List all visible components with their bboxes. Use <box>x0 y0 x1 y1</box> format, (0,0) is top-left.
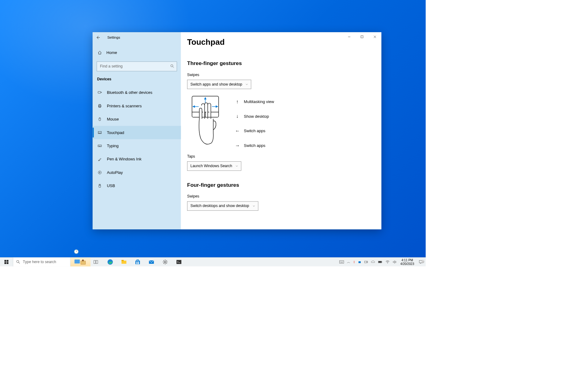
tray-meet-icon[interactable] <box>363 260 369 264</box>
svg-rect-37 <box>74 259 80 263</box>
svg-point-18 <box>98 171 101 174</box>
sidebar-nav: Bluetooth & other devices Printers & sca… <box>93 86 181 192</box>
nav-pen[interactable]: Pen & Windows Ink <box>93 152 181 166</box>
svg-rect-45 <box>135 261 140 264</box>
arrow-down-icon: ↓ <box>234 113 241 119</box>
nav-label: Pen & Windows Ink <box>107 157 141 161</box>
svg-rect-71 <box>379 261 381 263</box>
svg-rect-40 <box>94 260 96 263</box>
chevron-down-icon <box>235 164 238 167</box>
nav-label: Bluetooth & other devices <box>107 90 153 95</box>
nav-autoplay[interactable]: AutoPlay <box>93 166 181 179</box>
usb-icon <box>98 184 103 188</box>
swipes-label: Swipes <box>187 194 375 198</box>
chevron-down-icon <box>252 205 255 208</box>
svg-rect-48 <box>136 263 138 264</box>
svg-rect-46 <box>136 262 138 263</box>
taps-label: Taps <box>187 154 375 159</box>
minimize-button[interactable] <box>343 32 356 41</box>
arrow-right-icon: → <box>234 143 241 148</box>
svg-line-58 <box>166 260 167 261</box>
dropdown-value: Launch Windows Search <box>190 164 232 168</box>
tray-onedrive-icon[interactable] <box>369 260 376 263</box>
pen-icon <box>98 157 103 161</box>
gesture-right: → Switch apps <box>234 138 274 153</box>
arrow-up-icon: ↑ <box>234 99 241 105</box>
gesture-left: ← Switch apps <box>234 124 274 138</box>
tray-clock[interactable]: 4:11 PM 4/20/2023 <box>398 259 417 266</box>
nav-touchpad[interactable]: Touchpad <box>93 126 181 139</box>
start-button[interactable] <box>0 257 13 266</box>
svg-line-36 <box>19 263 20 264</box>
svg-point-39 <box>82 259 84 261</box>
nav-bluetooth[interactable]: Bluetooth & other devices <box>93 86 181 99</box>
home-label: Home <box>106 50 117 55</box>
svg-point-3 <box>101 92 102 93</box>
maximize-button[interactable] <box>356 32 368 41</box>
nav-label: Typing <box>107 144 119 148</box>
nav-printers[interactable]: Printers & scanners <box>93 99 181 113</box>
search-input[interactable] <box>97 62 177 71</box>
taskbar-terminal[interactable] <box>172 257 186 266</box>
meet-now-widget[interactable] <box>70 257 90 266</box>
nav-typing[interactable]: Typing <box>93 139 181 152</box>
svg-rect-60 <box>176 260 181 264</box>
three-finger-swipes-dropdown[interactable]: Switch apps and show desktop <box>187 80 251 89</box>
four-finger-swipes-dropdown[interactable]: Switch desktops and show desktop <box>187 201 258 211</box>
svg-rect-47 <box>138 262 139 263</box>
svg-rect-44 <box>122 260 124 261</box>
taskbar-search[interactable]: Type here to search <box>13 258 70 266</box>
back-button[interactable] <box>93 32 104 43</box>
close-button[interactable] <box>368 32 381 41</box>
svg-rect-2 <box>98 91 101 93</box>
svg-point-72 <box>387 263 388 263</box>
dropdown-value: Switch apps and show desktop <box>190 82 242 86</box>
svg-rect-70 <box>382 262 382 263</box>
action-center-button[interactable]: 3 <box>417 260 426 264</box>
search-placeholder: Type here to search <box>23 260 56 264</box>
svg-rect-68 <box>364 261 367 263</box>
home-icon <box>98 50 102 55</box>
tray-volume-icon[interactable] <box>391 260 398 264</box>
tray-location-icon[interactable] <box>356 260 363 263</box>
sidebar-home[interactable]: Home <box>93 47 181 59</box>
tray-app-icon[interactable]: ⦀ <box>352 260 356 264</box>
gesture-label: Show desktop <box>244 114 269 119</box>
action-center-badge: 3 <box>421 260 424 263</box>
three-finger-taps-dropdown[interactable]: Launch Windows Search <box>187 161 241 171</box>
svg-rect-32 <box>7 260 9 262</box>
titlebar: Settings <box>93 32 181 43</box>
gesture-label: Switch apps <box>244 129 265 133</box>
taskbar-explorer[interactable] <box>117 257 131 266</box>
tray-date-text: 4/20/2023 <box>400 262 414 266</box>
tray-wifi-icon[interactable] <box>384 260 391 263</box>
svg-rect-67 <box>358 261 360 263</box>
printer-icon <box>98 104 103 108</box>
taskbar-settings[interactable] <box>158 257 172 266</box>
tray-overflow-chevron[interactable]: ︿ <box>345 260 352 264</box>
svg-line-56 <box>164 260 164 261</box>
svg-rect-38 <box>81 261 86 265</box>
dropdown-value: Switch desktops and show desktop <box>190 204 249 208</box>
settings-sidebar: Settings Home Devices Bluetooth & other … <box>93 32 181 229</box>
svg-rect-28 <box>361 36 363 38</box>
tray-input-indicator[interactable] <box>337 260 345 264</box>
window-title: Settings <box>107 36 120 40</box>
taskbar-edge[interactable] <box>103 257 117 266</box>
four-finger-heading: Four-finger gestures <box>187 182 375 188</box>
svg-line-59 <box>164 263 164 264</box>
taskbar-store[interactable] <box>131 257 145 266</box>
svg-rect-61 <box>339 261 344 263</box>
task-view-button[interactable] <box>90 259 101 264</box>
nav-mouse[interactable]: Mouse <box>93 113 181 126</box>
taskbar-mail[interactable] <box>145 257 158 266</box>
svg-line-57 <box>166 263 167 264</box>
sidebar-category: Devices <box>93 71 181 83</box>
svg-point-35 <box>17 260 19 263</box>
nav-usb[interactable]: USB <box>93 179 181 192</box>
nav-label: Printers & scanners <box>107 104 142 108</box>
nav-label: Mouse <box>107 117 119 121</box>
tray-battery-icon[interactable] <box>376 261 384 263</box>
settings-window: Settings Home Devices Bluetooth & other … <box>93 32 382 229</box>
search-icon <box>170 64 174 68</box>
